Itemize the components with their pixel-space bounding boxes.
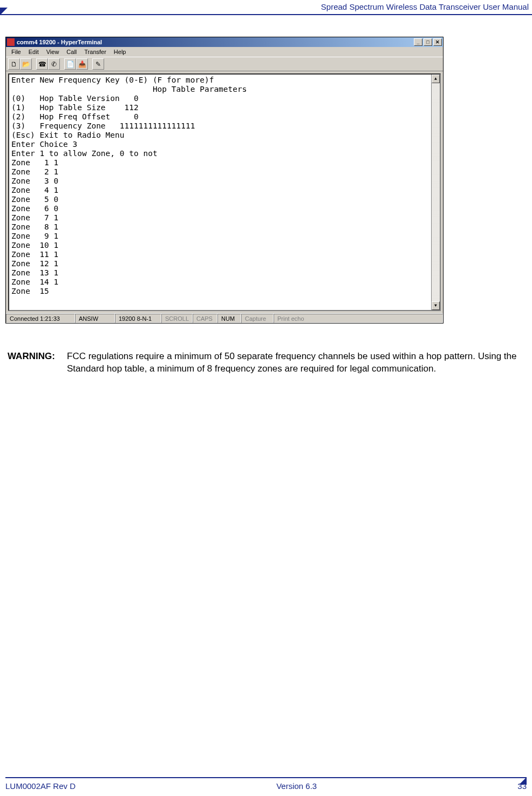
properties-icon[interactable]: ✎ bbox=[92, 58, 104, 70]
warning-label: WARNING: bbox=[8, 350, 67, 375]
scroll-down-icon[interactable]: ▼ bbox=[432, 301, 440, 310]
receive-icon[interactable]: 📥 bbox=[76, 58, 88, 70]
connect-icon[interactable]: ☎ bbox=[36, 58, 48, 70]
status-printecho: Print echo bbox=[274, 314, 443, 323]
menu-transfer[interactable]: Transfer bbox=[81, 48, 110, 56]
menu-view[interactable]: View bbox=[43, 48, 63, 56]
statusbar: Connected 1:21:33 ANSIW 19200 8-N-1 SCRO… bbox=[6, 313, 443, 323]
menu-file[interactable]: File bbox=[8, 48, 24, 56]
toolbar: 🗋 📂 ☎ ✆ 📄 📥 ✎ bbox=[6, 57, 443, 71]
status-port: 19200 8-N-1 bbox=[115, 314, 161, 323]
close-button[interactable]: ✕ bbox=[433, 38, 442, 46]
status-capture: Capture bbox=[241, 314, 274, 323]
status-num: NUM bbox=[217, 314, 241, 323]
new-icon[interactable]: 🗋 bbox=[8, 58, 20, 70]
status-caps: CAPS bbox=[193, 314, 217, 323]
menubar: File Edit View Call Transfer Help bbox=[6, 47, 443, 57]
footer-version: Version 6.3 bbox=[276, 781, 317, 791]
window-titlebar[interactable]: comm4 19200 - HyperTerminal _ □ ✕ bbox=[6, 37, 443, 47]
header-title: Spread Spectrum Wireless Data Transceive… bbox=[321, 2, 529, 11]
app-icon bbox=[7, 38, 15, 46]
menu-call[interactable]: Call bbox=[63, 48, 80, 56]
terminal-text: Enter New Frequency Key (0-E) (F for mor… bbox=[9, 75, 431, 310]
maximize-button[interactable]: □ bbox=[424, 38, 432, 46]
scroll-track[interactable] bbox=[432, 83, 440, 301]
footer-doc-id: LUM0002AF Rev D bbox=[5, 781, 76, 791]
page-header: Spread Spectrum Wireless Data Transceive… bbox=[0, 0, 532, 15]
status-scroll: SCROLL bbox=[161, 314, 193, 323]
page-footer: LUM0002AF Rev D Version 6.3 33 bbox=[0, 777, 532, 791]
menu-edit[interactable]: Edit bbox=[25, 48, 42, 56]
footer-decoration bbox=[519, 777, 527, 785]
menu-help[interactable]: Help bbox=[111, 48, 129, 56]
status-emulation: ANSIW bbox=[75, 314, 115, 323]
warning-block: WARNING: FCC regulations require a minim… bbox=[8, 350, 524, 375]
hyperterminal-window: comm4 19200 - HyperTerminal _ □ ✕ File E… bbox=[5, 37, 444, 323]
window-title: comm4 19200 - HyperTerminal bbox=[17, 39, 102, 45]
open-icon[interactable]: 📂 bbox=[20, 58, 32, 70]
minimize-button[interactable]: _ bbox=[414, 38, 422, 46]
header-decoration bbox=[0, 8, 8, 15]
disconnect-icon[interactable]: ✆ bbox=[48, 58, 60, 70]
vertical-scrollbar[interactable]: ▲ ▼ bbox=[431, 75, 440, 310]
status-connected: Connected 1:21:33 bbox=[6, 314, 75, 323]
scroll-up-icon[interactable]: ▲ bbox=[432, 75, 440, 83]
send-icon[interactable]: 📄 bbox=[64, 58, 76, 70]
warning-text: FCC regulations require a minimum of 50 … bbox=[67, 350, 524, 375]
terminal-area[interactable]: Enter New Frequency Key (0-E) (F for mor… bbox=[8, 73, 441, 311]
